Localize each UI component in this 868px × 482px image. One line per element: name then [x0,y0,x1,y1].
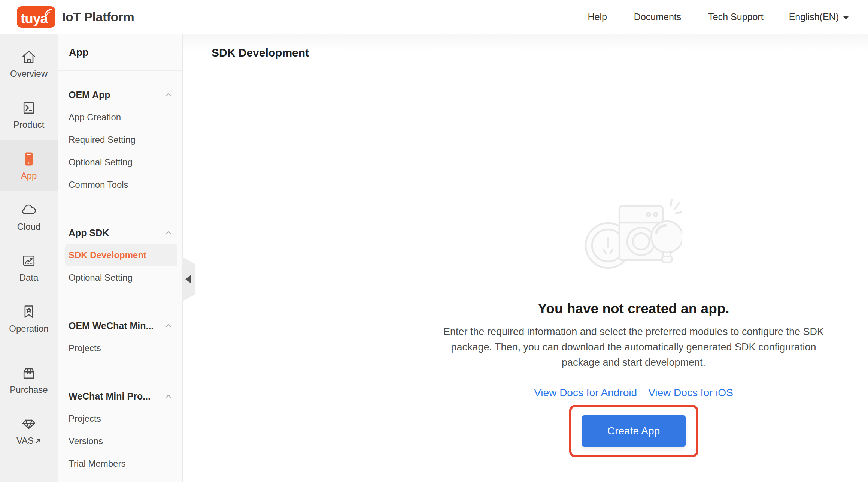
chevron-up-icon [166,394,172,398]
main-content: SDK Development [183,34,868,482]
chart-icon [21,253,37,269]
sidebar-item-sdk-development[interactable]: SDK Development [65,244,177,266]
create-app-button[interactable]: Create App [582,415,686,447]
wifi-signal-icon [44,8,53,17]
chevron-up-icon [166,231,172,235]
rail-item-label: VAS [16,436,41,446]
sidebar-item-common-tools[interactable]: Common Tools [65,174,177,196]
view-docs-for-ios-link[interactable]: View Docs for iOS [648,387,733,399]
group-label: WeChat Mini Pro... [69,391,151,402]
rail-divider [8,349,49,349]
rail-item-label: Purchase [10,385,48,395]
external-link-icon [35,438,41,444]
rail-item-label: Product [13,120,45,130]
sidebar-item-operation[interactable]: Operation [0,293,58,344]
group-label: OEM App [69,90,110,100]
chevron-up-icon [166,324,172,328]
sidebar-item-overview[interactable]: Overview [0,38,58,89]
header-nav: HelpDocumentsTech Support [588,12,763,22]
home-icon [21,49,37,65]
tuya-iot-platform-page: tuya IoT Platform HelpDocumentsTech Supp… [0,0,868,482]
sidebar-item-projects[interactable]: Projects [65,407,177,430]
page-body: OverviewProductAppCloudDataOperationPurc… [0,34,868,482]
sidebar-item-data[interactable]: Data [0,242,58,293]
nav-help[interactable]: Help [588,12,607,22]
sidebar-item-required-setting[interactable]: Required Setting [65,129,177,151]
sidebar-group-app-sdk[interactable]: App SDK [65,222,177,244]
logo[interactable]: tuya IoT Platform [17,6,134,28]
chevron-up-icon [166,93,172,97]
sidebar-item-cloud[interactable]: Cloud [0,191,58,242]
sidebar-menu: OEM AppApp CreationRequired SettingOptio… [58,71,182,475]
sidebar-item-purchase[interactable]: Purchase [0,354,58,405]
terminal-icon [21,100,37,116]
page-title: SDK Development [212,46,309,59]
group-label: App SDK [69,228,109,238]
sidebar-item-app[interactable]: App [0,140,58,191]
nav-tech-support[interactable]: Tech Support [708,12,763,22]
empty-state-description: Enter the required information and selec… [435,324,832,370]
rail-item-label: App [21,171,37,181]
page-title-row: SDK Development [183,34,868,71]
secondary-sidebar: App OEM AppApp CreationRequired SettingO… [58,34,183,482]
language-label: English(EN) [789,12,839,22]
nav-documents[interactable]: Documents [634,12,681,22]
sidebar-collapse-handle[interactable] [182,257,195,301]
sidebar-item-optional-setting[interactable]: Optional Setting [65,151,177,174]
bookmark-star-icon [21,304,37,320]
logo-title: IoT Platform [62,10,134,24]
sidebar-item-projects[interactable]: Projects [65,337,177,359]
package-icon [21,365,37,381]
top-header: tuya IoT Platform HelpDocumentsTech Supp… [0,0,868,34]
phone-icon [21,151,37,167]
collapse-arrow-icon [185,275,191,284]
sidebar-item-trial-members[interactable]: Trial Members [65,452,177,475]
rail-item-label: Operation [9,323,48,334]
primary-nav-rail: OverviewProductAppCloudDataOperationPurc… [0,34,58,482]
sidebar-item-vas[interactable]: VAS [0,405,58,456]
sidebar-group-oem-app[interactable]: OEM App [65,84,177,106]
rail-item-label: Data [19,272,39,283]
sidebar-title: App [58,34,182,71]
highlight-annotation-box: Create App [569,405,698,457]
sidebar-item-optional-setting[interactable]: Optional Setting [65,266,177,289]
gem-icon [21,416,37,432]
sidebar-group-oem-wechat-min[interactable]: OEM WeChat Min... [65,314,177,337]
doc-links-row: View Docs for AndroidView Docs for iOS [409,387,858,399]
group-label: OEM WeChat Min... [69,320,154,331]
empty-state: You have not created an app. Enter the r… [409,192,858,457]
view-docs-for-android-link[interactable]: View Docs for Android [534,387,637,399]
empty-state-heading: You have not created an app. [409,301,858,317]
tuya-logo-badge: tuya [17,6,55,28]
sidebar-group-wechat-mini-pro[interactable]: WeChat Mini Pro... [65,385,177,407]
sidebar-item-app-creation[interactable]: App Creation [65,106,177,129]
sidebar-item-product[interactable]: Product [0,89,58,140]
cloud-icon [21,202,37,218]
sidebar-item-versions[interactable]: Versions [65,430,177,452]
rail-item-label: Cloud [17,222,41,232]
rail-item-label: Overview [10,69,48,79]
caret-down-icon [843,16,849,19]
empty-state-illustration [585,192,682,272]
language-selector[interactable]: English(EN) [789,12,849,22]
